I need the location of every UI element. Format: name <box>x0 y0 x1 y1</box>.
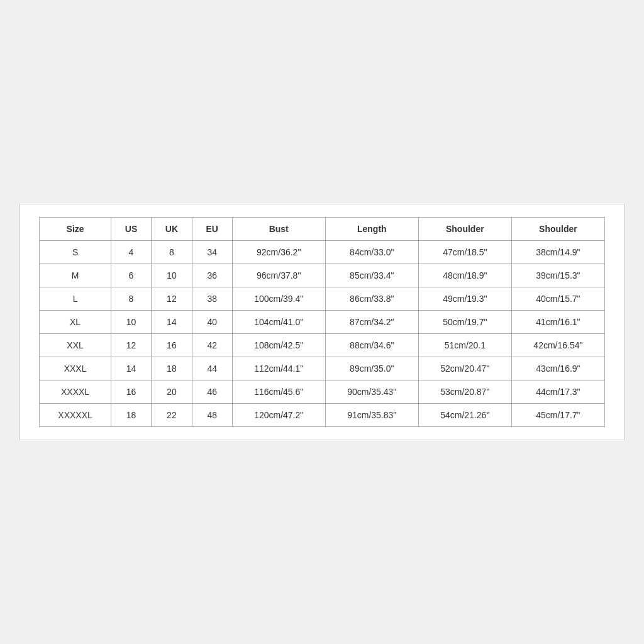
table-cell: 20 <box>151 380 192 404</box>
header-uk: UK <box>151 218 192 241</box>
table-cell: 89cm/35.0" <box>325 357 418 380</box>
header-shoulder1: Shoulder <box>418 218 511 241</box>
table-cell: 85cm/33.4" <box>325 264 418 287</box>
table-cell: 42cm/16.54" <box>511 334 604 357</box>
table-cell: XXXXL <box>40 380 111 404</box>
table-cell: 48cm/18.9" <box>418 264 511 287</box>
table-row: L81238100cm/39.4"86cm/33.8"49cm/19.3"40c… <box>40 287 605 311</box>
table-cell: 16 <box>151 334 192 357</box>
table-cell: 6 <box>111 264 152 287</box>
table-cell: 14 <box>151 311 192 334</box>
table-row: S483492cm/36.2"84cm/33.0"47cm/18.5"38cm/… <box>40 241 605 264</box>
table-cell: 86cm/33.8" <box>325 287 418 311</box>
table-row: XXXL141844112cm/44.1"89cm/35.0"52cm/20.4… <box>40 357 605 380</box>
table-cell: 96cm/37.8" <box>232 264 325 287</box>
table-cell: 47cm/18.5" <box>418 241 511 264</box>
table-cell: 84cm/33.0" <box>325 241 418 264</box>
table-cell: 39cm/15.3" <box>511 264 604 287</box>
table-cell: 87cm/34.2" <box>325 311 418 334</box>
table-cell: 43cm/16.9" <box>511 357 604 380</box>
header-eu: EU <box>192 218 232 241</box>
table-cell: 41cm/16.1" <box>511 311 604 334</box>
table-cell: S <box>40 241 111 264</box>
table-cell: 46 <box>192 380 232 404</box>
table-cell: 51cm/20.1 <box>418 334 511 357</box>
table-cell: 8 <box>151 241 192 264</box>
table-cell: 52cm/20.47" <box>418 357 511 380</box>
table-cell: 54cm/21.26" <box>418 404 511 427</box>
table-cell: 50cm/19.7" <box>418 311 511 334</box>
page-container: Size US UK EU Bust Length Shoulder Shoul… <box>0 0 644 644</box>
table-cell: 18 <box>111 404 152 427</box>
table-cell: 42 <box>192 334 232 357</box>
table-cell: 45cm/17.7" <box>511 404 604 427</box>
size-chart-table: Size US UK EU Bust Length Shoulder Shoul… <box>39 217 605 427</box>
table-cell: XL <box>40 311 111 334</box>
table-cell: 100cm/39.4" <box>232 287 325 311</box>
table-cell: 36 <box>192 264 232 287</box>
table-cell: 120cm/47.2" <box>232 404 325 427</box>
header-size: Size <box>40 218 111 241</box>
table-cell: 38cm/14.9" <box>511 241 604 264</box>
size-chart-wrapper: Size US UK EU Bust Length Shoulder Shoul… <box>19 204 625 440</box>
table-cell: 108cm/42.5" <box>232 334 325 357</box>
table-cell: 18 <box>151 357 192 380</box>
table-cell: 10 <box>111 311 152 334</box>
table-cell: L <box>40 287 111 311</box>
table-cell: 44 <box>192 357 232 380</box>
table-cell: 16 <box>111 380 152 404</box>
table-cell: 48 <box>192 404 232 427</box>
table-cell: 40cm/15.7" <box>511 287 604 311</box>
table-row: M6103696cm/37.8"85cm/33.4"48cm/18.9"39cm… <box>40 264 605 287</box>
table-cell: XXXXXL <box>40 404 111 427</box>
table-row: XXXXL162046116cm/45.6"90cm/35.43"53cm/20… <box>40 380 605 404</box>
header-shoulder2: Shoulder <box>511 218 604 241</box>
table-row: XXXXXL182248120cm/47.2"91cm/35.83"54cm/2… <box>40 404 605 427</box>
header-us: US <box>111 218 152 241</box>
table-cell: 49cm/19.3" <box>418 287 511 311</box>
table-cell: 12 <box>151 287 192 311</box>
table-cell: 34 <box>192 241 232 264</box>
header-length: Length <box>325 218 418 241</box>
table-row: XXL121642108cm/42.5"88cm/34.6"51cm/20.14… <box>40 334 605 357</box>
table-cell: 8 <box>111 287 152 311</box>
table-cell: 12 <box>111 334 152 357</box>
table-cell: 38 <box>192 287 232 311</box>
table-cell: 90cm/35.43" <box>325 380 418 404</box>
table-cell: 92cm/36.2" <box>232 241 325 264</box>
table-cell: 91cm/35.83" <box>325 404 418 427</box>
table-cell: XXXL <box>40 357 111 380</box>
table-cell: 10 <box>151 264 192 287</box>
table-header-row: Size US UK EU Bust Length Shoulder Shoul… <box>40 218 605 241</box>
table-cell: 22 <box>151 404 192 427</box>
table-cell: 40 <box>192 311 232 334</box>
table-row: XL101440104cm/41.0"87cm/34.2"50cm/19.7"4… <box>40 311 605 334</box>
table-cell: 44cm/17.3" <box>511 380 604 404</box>
table-cell: 104cm/41.0" <box>232 311 325 334</box>
table-cell: 14 <box>111 357 152 380</box>
table-cell: 112cm/44.1" <box>232 357 325 380</box>
table-cell: 4 <box>111 241 152 264</box>
table-cell: 88cm/34.6" <box>325 334 418 357</box>
table-cell: 53cm/20.87" <box>418 380 511 404</box>
header-bust: Bust <box>232 218 325 241</box>
table-cell: XXL <box>40 334 111 357</box>
table-cell: M <box>40 264 111 287</box>
table-cell: 116cm/45.6" <box>232 380 325 404</box>
